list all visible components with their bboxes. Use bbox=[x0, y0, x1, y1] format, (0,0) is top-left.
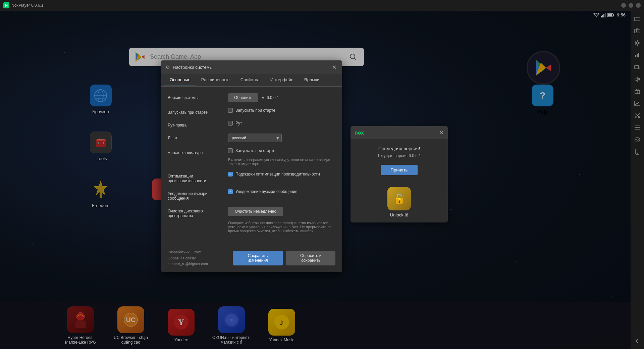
language-control: русский English bbox=[228, 134, 335, 142]
perf-row: Оптимизации производительности ✓ Подсказ… bbox=[168, 172, 335, 183]
nox-logo-area: N NoxPlayer 6.0.6.1 bbox=[3, 2, 43, 8]
nox-window-controls: — □ ✕ bbox=[621, 3, 641, 8]
sidebar-icon-cut[interactable] bbox=[632, 110, 643, 121]
bubble-notif-row: Уведомление пузыри сообщения ✓ Уведомлен… bbox=[168, 189, 335, 201]
nox-topbar: N NoxPlayer 6.0.6.1 — □ ✕ bbox=[0, 0, 644, 11]
volume-icon bbox=[634, 77, 640, 82]
tab-properties[interactable]: Свойства bbox=[235, 74, 265, 86]
folder-icon bbox=[634, 16, 640, 21]
svg-point-27 bbox=[636, 30, 638, 32]
stats-icon bbox=[634, 52, 640, 58]
nox-popup: nox ✕ Последняя версия! Текущая версия:6… bbox=[351, 126, 448, 222]
soft-keyboard-checkbox-label: Запускать при старте bbox=[235, 148, 275, 153]
svg-point-46 bbox=[638, 139, 639, 140]
chart-icon bbox=[634, 101, 640, 106]
nox-popup-body: Последняя версия! Текущая версия:6.0.6.1… bbox=[351, 139, 448, 182]
sidebar-icon-menu[interactable] bbox=[632, 122, 643, 133]
sidebar-icon-back[interactable] bbox=[632, 336, 643, 346]
reset-button[interactable]: Сбросить и сохранить bbox=[286, 251, 335, 265]
svg-rect-30 bbox=[635, 55, 636, 57]
root-control: Рут bbox=[228, 121, 335, 126]
language-label: Язык bbox=[168, 134, 225, 140]
svg-rect-31 bbox=[637, 54, 638, 57]
root-checkbox-wrapper[interactable]: Рут bbox=[228, 121, 242, 126]
svg-rect-32 bbox=[638, 53, 639, 57]
video-icon bbox=[634, 64, 640, 70]
root-label: Рут-права bbox=[168, 121, 225, 128]
sidebar-icon-package[interactable] bbox=[632, 86, 643, 97]
developer-value: Nox bbox=[194, 250, 201, 254]
autostart-control: Запускать при старте bbox=[228, 108, 335, 113]
phone-icon bbox=[635, 149, 639, 155]
dialog-footer: Разработчик: Nox Обратная связь: support… bbox=[161, 246, 342, 272]
disk-clean-hint: Очищает избыточное дисковое пространство… bbox=[228, 221, 335, 233]
bubble-notif-checkbox-wrapper[interactable]: ✓ Уведомление пузыри сообщения bbox=[228, 189, 297, 194]
footer-buttons: Сохранить изменения Сбросить и сохранить bbox=[233, 251, 336, 265]
save-button[interactable]: Сохранить изменения bbox=[233, 251, 283, 265]
dialog-close-button[interactable]: ✕ bbox=[331, 64, 337, 70]
tab-basic[interactable]: Основные bbox=[164, 74, 196, 86]
sidebar-icon-gamepad[interactable] bbox=[632, 134, 643, 145]
nox-logo-icon: N bbox=[3, 2, 9, 8]
developer-info: Разработчик: Nox bbox=[168, 249, 233, 255]
nox-popup-header: nox ✕ bbox=[351, 126, 448, 139]
language-select-wrapper: русский English bbox=[228, 134, 282, 142]
bubble-notif-label: Уведомление пузыри сообщения bbox=[168, 189, 225, 201]
autostart-checkbox[interactable] bbox=[228, 108, 233, 113]
sidebar-icon-screenshot[interactable] bbox=[632, 26, 643, 36]
nox-popup-title: Последняя версия! bbox=[356, 146, 443, 151]
feedback-info: Обратная связь: support_ru@bignox.com bbox=[168, 255, 233, 267]
soft-keyboard-label: мягкая клавиатура bbox=[168, 148, 225, 155]
bubble-notif-checkbox[interactable]: ✓ bbox=[228, 189, 233, 194]
version-row: Версия системы Обновить V_6.0.6.1 bbox=[168, 93, 335, 102]
nox-popup-logo: nox bbox=[355, 130, 364, 136]
developer-label: Разработчик: bbox=[168, 250, 193, 254]
sidebar-icon-phone[interactable] bbox=[632, 146, 643, 157]
sidebar-icon-video[interactable] bbox=[632, 62, 643, 72]
svg-point-47 bbox=[639, 140, 639, 140]
soft-keyboard-checkbox[interactable] bbox=[228, 148, 233, 153]
update-button[interactable]: Обновить bbox=[228, 93, 258, 102]
sidebar-icon-settings[interactable] bbox=[632, 38, 643, 48]
autostart-row: Запускать при старте Запускать при старт… bbox=[168, 108, 335, 115]
language-select[interactable]: русский English bbox=[228, 134, 282, 142]
bubble-notif-checkbox-label: Уведомление пузыри сообщения bbox=[235, 189, 297, 194]
root-checkbox[interactable] bbox=[228, 121, 233, 126]
sidebar-icon-chart[interactable] bbox=[632, 98, 643, 109]
dialog-titlebar: ⚙ Настройки системы ✕ bbox=[161, 60, 342, 74]
maximize-button[interactable]: □ bbox=[629, 3, 633, 8]
clean-button[interactable]: Очистить немедленно bbox=[228, 207, 283, 216]
settings-gear-icon: ⚙ bbox=[166, 64, 170, 70]
bubble-notif-control: ✓ Уведомление пузыри сообщения bbox=[228, 189, 335, 194]
tab-interface[interactable]: Интерфейс bbox=[265, 74, 299, 86]
nox-popup-version: Текущая версия:6.0.6.1 bbox=[356, 153, 443, 158]
perf-label: Оптимизации производительности bbox=[168, 172, 225, 183]
nox-accept-button[interactable]: Принять bbox=[381, 165, 418, 175]
svg-point-29 bbox=[636, 42, 638, 44]
soft-keyboard-hint: Включить программную клавиатуру, если не… bbox=[228, 158, 335, 166]
close-button[interactable]: ✕ bbox=[636, 3, 641, 8]
feedback-label: Обратная связь: bbox=[168, 256, 197, 260]
sidebar-icon-volume[interactable] bbox=[632, 74, 643, 85]
soft-keyboard-checkbox-wrapper[interactable]: Запускать при старте bbox=[228, 148, 275, 153]
emulator-screen: 9:56 Search Game, App bbox=[0, 11, 631, 349]
nox-popup-close-button[interactable]: ✕ bbox=[439, 130, 444, 136]
dialog-tabs: Основные Расширенные Свойства Интерфейс … bbox=[161, 74, 342, 87]
menu-icon bbox=[634, 125, 640, 130]
footer-info: Разработчик: Nox Обратная связь: support… bbox=[168, 249, 233, 267]
perf-checkbox-wrapper[interactable]: ✓ Подсказки оптимизации производительнос… bbox=[228, 172, 320, 177]
tab-advanced[interactable]: Расширенные bbox=[196, 74, 235, 86]
disk-clean-row: Очистка дискового пространства Очистить … bbox=[168, 207, 335, 233]
version-label: Версия системы bbox=[168, 93, 225, 100]
perf-checkbox[interactable]: ✓ bbox=[228, 172, 233, 177]
perf-control: ✓ Подсказки оптимизации производительнос… bbox=[228, 172, 335, 177]
autostart-checkbox-wrapper[interactable]: Запускать при старте bbox=[228, 108, 275, 113]
minimize-button[interactable]: — bbox=[621, 3, 626, 8]
screenshot-icon bbox=[634, 28, 640, 34]
settings-dialog: ⚙ Настройки системы ✕ Основные Расширенн… bbox=[161, 60, 342, 272]
gamepad-icon bbox=[634, 137, 640, 142]
sidebar-icon-folder[interactable] bbox=[632, 13, 643, 24]
sidebar-icon-stats[interactable] bbox=[632, 50, 643, 60]
feedback-value: support_ru@bignox.com bbox=[168, 262, 208, 266]
tab-shortcuts[interactable]: Ярлыки bbox=[299, 74, 325, 86]
